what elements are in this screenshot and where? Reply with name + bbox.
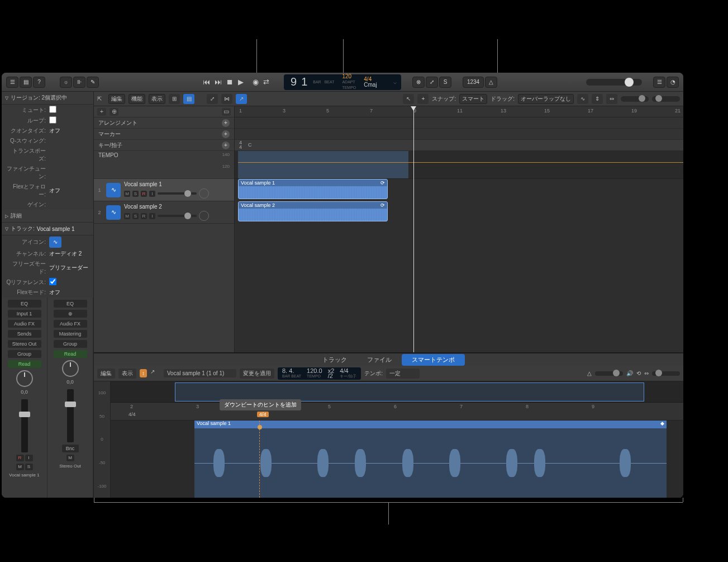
sends-slot[interactable]: Sends [8, 330, 41, 338]
audiofx-slot[interactable]: Audio FX [8, 320, 41, 328]
view-menu[interactable]: 表示 [149, 94, 165, 104]
autopunch-button[interactable]: ⤢ [426, 77, 438, 88]
waveform-icon[interactable]: ∿ [106, 183, 121, 197]
global-arrangement-row[interactable]: アレンジメント+ [94, 117, 234, 129]
editor-volume-slider[interactable] [595, 371, 623, 376]
lcd-tempo[interactable]: 120 [342, 74, 356, 79]
downbeat-marker[interactable] [259, 421, 260, 498]
overview-selection[interactable] [175, 382, 644, 402]
waveform-zoom-button[interactable]: ∿ [577, 94, 588, 104]
input-button[interactable]: I [149, 191, 155, 197]
cycle-button[interactable]: ⇄ [263, 78, 269, 86]
horizontal-auto-zoom-button[interactable]: ⇔ [606, 94, 617, 104]
flex-button[interactable]: ⤢ [207, 94, 218, 104]
grid-button[interactable]: ⊞ [169, 94, 180, 104]
editor-region-select[interactable]: Vocal sample 1 (1 of 1) [164, 369, 236, 377]
master-volume-slider[interactable] [586, 79, 642, 86]
qref-checkbox[interactable] [49, 278, 56, 285]
eq-slot[interactable]: EQ [54, 300, 87, 308]
timesig-marker-active[interactable]: 4/4 [257, 412, 269, 417]
tempo-lane[interactable] [235, 151, 683, 179]
mastering-slot[interactable]: Mastering [54, 330, 87, 338]
help-button[interactable]: ? [33, 77, 45, 88]
track-header[interactable]: 1 ∿ Vocal sample 1 M S R I [94, 179, 234, 201]
record-enable-button[interactable]: R [141, 191, 147, 197]
global-tempo-row[interactable]: TEMPO 140 120 [94, 151, 234, 179]
capture-record-button[interactable]: ◉ [253, 78, 259, 86]
edit-menu[interactable]: 編集 [108, 94, 125, 104]
solo-button[interactable]: S [132, 213, 139, 219]
tab-file[interactable]: ファイル [357, 354, 402, 366]
bounce-button[interactable]: Bnc [62, 445, 79, 452]
global-tracks-button[interactable]: ▭ [222, 108, 231, 116]
pan-knob[interactable] [62, 360, 79, 377]
collapse-icon[interactable]: ⇱ [97, 96, 105, 102]
track-header[interactable]: 2 ∿ Vocal sample 2 M S R I [94, 201, 234, 224]
mute-button[interactable]: M [124, 213, 130, 219]
editor-catch-button[interactable]: ↗ [150, 369, 160, 379]
input-button[interactable]: I [149, 213, 155, 219]
edit-button[interactable]: ✎ [87, 77, 99, 88]
editor-waveform[interactable] [194, 428, 667, 498]
freeze-select[interactable]: プリフェーダー [46, 264, 89, 272]
rewind-button[interactable]: ⏮ [203, 78, 210, 86]
overview-lane[interactable] [111, 381, 683, 403]
add-icon[interactable]: + [222, 141, 230, 149]
group-slot[interactable]: Group [8, 350, 41, 358]
audiofx-slot[interactable]: Audio FX [54, 320, 87, 328]
tempo-mode-select[interactable]: 一定 [386, 369, 420, 379]
record-enable-button[interactable]: R [16, 455, 24, 461]
automation-button[interactable]: Read [8, 360, 41, 368]
functions-menu[interactable]: 機能 [129, 94, 145, 104]
channel-select[interactable]: オーディオ 2 [46, 250, 89, 258]
metronome-icon[interactable]: △ [587, 370, 592, 376]
lcd-signature[interactable]: 4/4 [364, 77, 377, 82]
count-in-button[interactable]: 1234 [463, 77, 484, 88]
flexmode-select[interactable]: オフ [46, 289, 89, 296]
editor-beat-button[interactable]: ↕ [140, 369, 147, 377]
global-marker-row[interactable]: マーカー+ [94, 129, 234, 140]
volume-fader[interactable] [67, 389, 74, 442]
tempo-line[interactable] [238, 162, 683, 163]
mute-button[interactable]: M [66, 455, 74, 461]
add-icon[interactable]: + [222, 130, 230, 138]
add-tool[interactable]: + [417, 94, 429, 104]
track-icon-button[interactable]: ∿ [49, 237, 61, 248]
pointer-tool[interactable]: ↖ [403, 94, 414, 104]
automation-button[interactable]: Read [54, 350, 87, 358]
vertical-zoom-slider[interactable] [621, 96, 649, 102]
editor-region-header[interactable]: Vocal sample 1◆ [194, 421, 667, 428]
region-inspector-header[interactable]: ▽ リージョン: 2個選択中 [2, 92, 93, 105]
marker-lane[interactable] [235, 129, 683, 140]
editor-view-menu[interactable]: 表示 [118, 369, 136, 379]
playhead[interactable] [413, 106, 414, 352]
link-button[interactable]: ⋈ [221, 94, 232, 104]
tab-track[interactable]: トラック [312, 354, 357, 366]
cycle-icon[interactable]: ⟲ [636, 370, 641, 376]
smarttempo-editor[interactable]: 2 3 4 5 6 7 8 9 4/4 4/4 ダウンビートのヒント [111, 381, 683, 498]
solo-button[interactable]: S [25, 464, 33, 470]
detail-header[interactable]: ▷詳細 [2, 210, 93, 223]
lcd-dropdown-icon[interactable]: ⌵ [393, 79, 397, 85]
mute-checkbox[interactable] [49, 106, 56, 113]
audio-region[interactable]: Vocal sample 1⟳ [238, 179, 388, 199]
output-slot[interactable]: Stereo Out [8, 340, 41, 348]
catch-button[interactable]: ↗ [236, 94, 247, 104]
timesig-marker[interactable]: 4/4 [129, 412, 136, 417]
stop-button[interactable]: ⏹ [226, 78, 234, 86]
duplicate-track-button[interactable]: ⊕ [110, 108, 118, 116]
add-track-button[interactable]: + [97, 108, 106, 116]
list-editors-button[interactable]: ☰ [653, 77, 665, 88]
group-slot[interactable]: Group [54, 340, 87, 348]
keysig-lane[interactable]: 44 C [235, 140, 683, 151]
input-monitor-button[interactable]: I [25, 455, 33, 461]
stereo-slot[interactable]: ⊕ [54, 310, 87, 318]
pan-knob[interactable] [199, 188, 209, 199]
audio-region[interactable]: Vocal sample 2⟳ [238, 201, 388, 221]
record-enable-button[interactable]: R [141, 213, 147, 219]
flexfollow-select[interactable]: オフ [46, 187, 89, 195]
library-button[interactable]: ☰ [6, 77, 18, 88]
drag-select[interactable]: オーバーラップなし [518, 94, 574, 104]
mute-button[interactable]: M [16, 464, 24, 470]
speaker-icon[interactable]: 🔊 [626, 370, 633, 376]
